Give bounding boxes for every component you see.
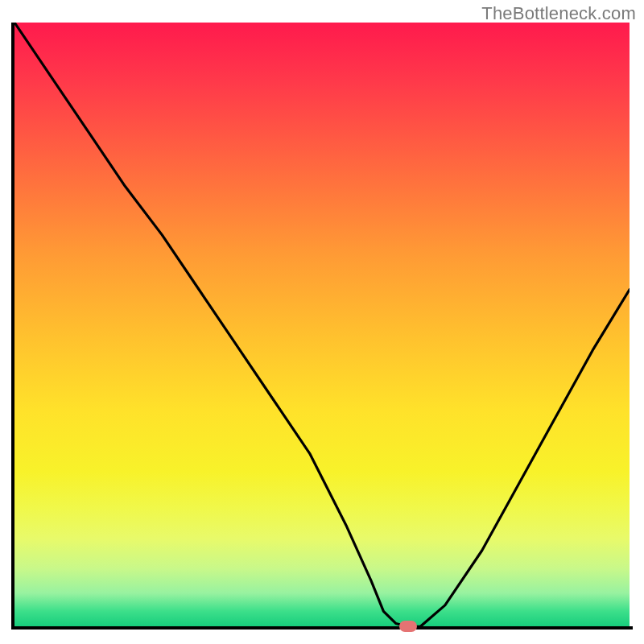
- curve-svg: [14, 23, 630, 630]
- watermark-text: TheBottleneck.com: [481, 3, 636, 24]
- optimal-point-marker: [399, 621, 417, 632]
- bottleneck-curve-path: [14, 23, 630, 626]
- bottleneck-chart: TheBottleneck.com: [0, 0, 644, 644]
